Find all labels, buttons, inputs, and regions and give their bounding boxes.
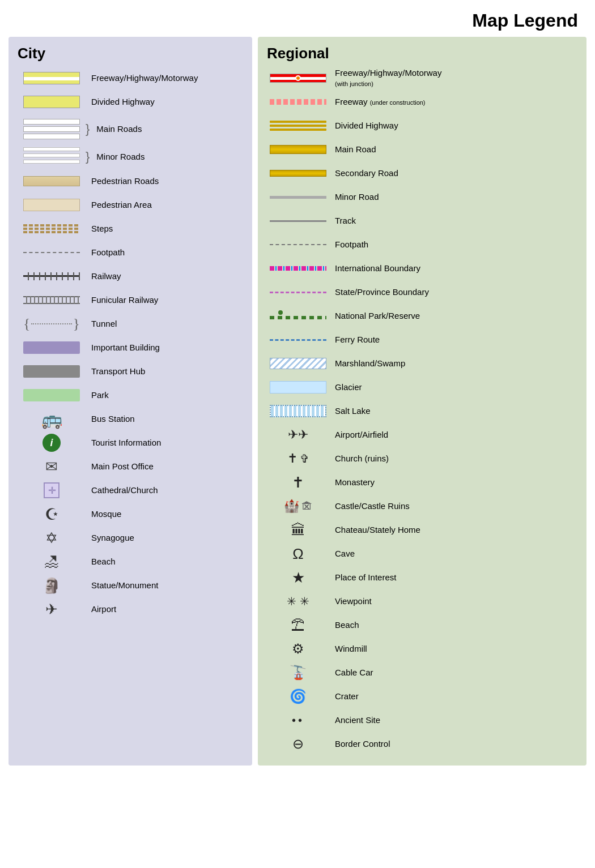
main-roads-icon bbox=[18, 118, 86, 139]
funicular-label: Funicular Railway bbox=[86, 295, 158, 305]
cross-outline-icon: ✞ bbox=[300, 452, 309, 465]
list-item: 🏖 Beach bbox=[18, 551, 243, 572]
reg-windmill-icon: ⚙ bbox=[267, 641, 329, 657]
reg-footpath-icon bbox=[267, 244, 329, 245]
reg-ferry-icon bbox=[267, 339, 329, 341]
list-item: ⛱ Beach bbox=[267, 615, 577, 635]
chateau-icon: 🏛 bbox=[291, 521, 305, 539]
page-title: Map Legend bbox=[0, 0, 595, 37]
city-title: City bbox=[18, 45, 243, 62]
list-item: ⊖ Border Control bbox=[267, 734, 577, 754]
border-control-icon: ⊖ bbox=[292, 736, 304, 752]
reg-salt-lake-label: Salt Lake bbox=[329, 406, 371, 416]
reg-windmill-label: Windmill bbox=[329, 644, 367, 654]
list-item: Freeway (under construction) bbox=[267, 92, 577, 112]
bus-icon: 🚌 bbox=[41, 409, 62, 429]
viewpoint-icon1: ✳ bbox=[287, 595, 296, 608]
reg-main-road-label: Main Road bbox=[329, 144, 376, 155]
steps-label: Steps bbox=[86, 224, 113, 234]
reg-footpath-label: Footpath bbox=[329, 240, 368, 250]
ancient-dots-icon: •• bbox=[292, 714, 304, 727]
reg-ancient-label: Ancient Site bbox=[329, 715, 380, 725]
windmill-icon: ⚙ bbox=[292, 641, 304, 657]
tunnel-label: Tunnel bbox=[86, 319, 117, 329]
reg-chateau-label: Chateau/Stately Home bbox=[329, 525, 420, 535]
list-item: 🌀 Crater bbox=[267, 686, 577, 707]
reg-salt-lake-icon bbox=[267, 405, 329, 417]
bus-station-label: Bus Station bbox=[86, 414, 135, 424]
list-item: Freeway/Highway/Motorway bbox=[18, 68, 243, 88]
synagogue-icon: ✡ bbox=[18, 529, 86, 547]
reg-cave-label: Cave bbox=[329, 549, 355, 559]
list-item: State/Province Boundary bbox=[267, 282, 577, 302]
bus-station-icon: 🚌 bbox=[18, 409, 86, 429]
reg-beach-label: Beach bbox=[329, 620, 359, 630]
reg-state-boundary-label: State/Province Boundary bbox=[329, 287, 429, 297]
reg-crater-label: Crater bbox=[329, 691, 359, 702]
list-item: ✡ Synagogue bbox=[18, 528, 243, 548]
park-label: Park bbox=[86, 390, 109, 400]
divided-hwy-label: Divided Highway bbox=[86, 97, 155, 107]
list-item: Pedestrian Area bbox=[18, 195, 243, 215]
list-item: } Main Roads bbox=[18, 116, 243, 140]
list-item: •• Ancient Site bbox=[267, 710, 577, 730]
info-circle: i bbox=[42, 434, 61, 452]
transport-hub-label: Transport Hub bbox=[86, 366, 145, 377]
reg-secondary-road-icon bbox=[267, 170, 329, 177]
main-roads-label: Main Roads bbox=[91, 124, 142, 134]
reg-cablecar-icon: 🚡 bbox=[267, 665, 329, 681]
reg-state-boundary-icon bbox=[267, 292, 329, 293]
list-item: Divided Highway bbox=[267, 116, 577, 136]
reg-crater-icon: 🌀 bbox=[267, 689, 329, 704]
reg-viewpoint-icon: ✳ ✳ bbox=[267, 595, 329, 608]
transport-hub-icon bbox=[18, 365, 86, 378]
list-item: Pedestrian Roads bbox=[18, 171, 243, 191]
beach-city-label: Beach bbox=[86, 557, 116, 567]
reg-freeway-construction-label: Freeway (under construction) bbox=[329, 97, 426, 107]
list-item: ✝ ✞ Church (ruins) bbox=[267, 448, 577, 469]
reg-ancient-icon: •• bbox=[267, 714, 329, 727]
list-item: } Minor Roads bbox=[18, 144, 243, 168]
minor-roads-icon bbox=[18, 146, 86, 164]
mail-icon: ✉ bbox=[45, 458, 58, 476]
list-item: ✈✈ Airport/Airfield bbox=[267, 425, 577, 445]
ped-roads-icon bbox=[18, 176, 86, 186]
reg-border-icon: ⊖ bbox=[267, 736, 329, 752]
crater-icon: 🌀 bbox=[290, 689, 307, 704]
city-column: City Freeway/Highway/Motorway Divided Hi… bbox=[8, 37, 252, 766]
monument-icon: 🗿 bbox=[42, 577, 61, 595]
ped-area-label: Pedestrian Area bbox=[86, 200, 152, 210]
monastery-cross-icon: ✝ bbox=[292, 474, 304, 491]
list-item: Marshland/Swamp bbox=[267, 353, 577, 374]
list-item: Ferry Route bbox=[267, 330, 577, 350]
beach-city-icon: 🏖 bbox=[18, 553, 86, 571]
list-item: { } Tunnel bbox=[18, 314, 243, 334]
reg-airport-icon: ✈✈ bbox=[267, 427, 329, 442]
reg-divided-icon bbox=[267, 121, 329, 131]
reg-minor-road-icon bbox=[267, 196, 329, 199]
tourist-info-label: Tourist Information bbox=[86, 438, 161, 448]
reg-intl-boundary-label: International Boundary bbox=[329, 263, 420, 273]
beach-flag-icon: ⛱ bbox=[291, 617, 305, 633]
list-item: Freeway/Highway/Motorway(with junction) bbox=[267, 68, 577, 88]
reg-glacier-icon bbox=[267, 381, 329, 394]
reg-divided-label: Divided Highway bbox=[329, 121, 398, 131]
minor-roads-label: Minor Roads bbox=[91, 152, 144, 162]
list-item: ✛ Cathedral/Church bbox=[18, 480, 243, 501]
reg-glacier-label: Glacier bbox=[329, 382, 362, 392]
ped-area-icon bbox=[18, 199, 86, 211]
airport-city-label: Airport bbox=[86, 604, 116, 614]
list-item: ✳ ✳ Viewpoint bbox=[267, 591, 577, 612]
list-item: Funicular Railway bbox=[18, 290, 243, 310]
reg-marshland-label: Marshland/Swamp bbox=[329, 358, 405, 369]
mosque-label: Mosque bbox=[86, 509, 121, 519]
reg-church-icon: ✝ ✞ bbox=[267, 451, 329, 466]
list-item: Minor Road bbox=[267, 187, 577, 207]
list-item: Main Road bbox=[267, 139, 577, 160]
list-item: Salt Lake bbox=[267, 401, 577, 421]
statue-icon: 🗿 bbox=[18, 577, 86, 595]
reg-castle-label: Castle/Castle Ruins bbox=[329, 501, 410, 511]
synagogue-label: Synagogue bbox=[86, 533, 134, 543]
airport-city-icon: ✈ bbox=[18, 601, 86, 618]
list-item: International Boundary bbox=[267, 258, 577, 279]
